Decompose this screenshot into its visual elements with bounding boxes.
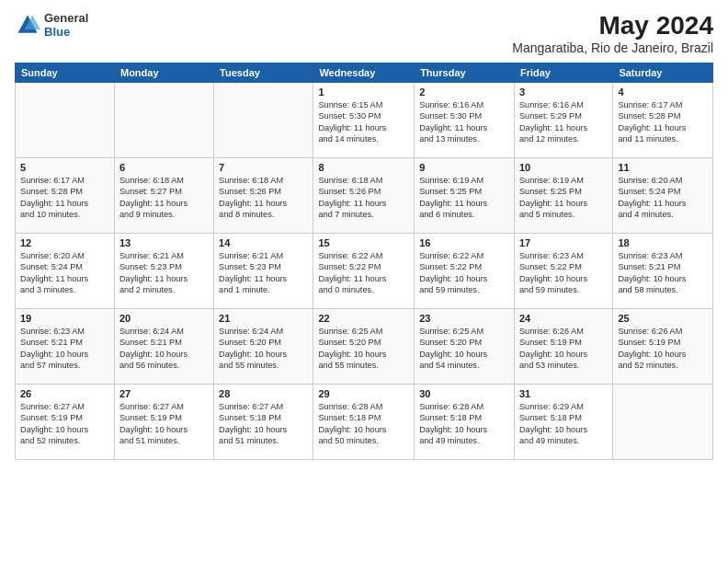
day-info: Sunrise: 6:18 AM Sunset: 5:26 PM Dayligh… (318, 175, 409, 221)
day-number: 21 (219, 313, 308, 324)
day-info: Sunrise: 6:27 AM Sunset: 5:19 PM Dayligh… (119, 401, 209, 447)
day-info: Sunrise: 6:17 AM Sunset: 5:28 PM Dayligh… (618, 99, 708, 145)
table-row: 2Sunrise: 6:16 AM Sunset: 5:30 PM Daylig… (415, 83, 515, 158)
day-info: Sunrise: 6:15 AM Sunset: 5:30 PM Dayligh… (318, 99, 409, 145)
day-info: Sunrise: 6:20 AM Sunset: 5:24 PM Dayligh… (618, 175, 708, 221)
day-info: Sunrise: 6:24 AM Sunset: 5:21 PM Dayligh… (119, 326, 209, 372)
col-sunday: Sunday (16, 63, 115, 83)
day-number: 10 (519, 162, 608, 173)
day-info: Sunrise: 6:28 AM Sunset: 5:18 PM Dayligh… (419, 401, 509, 447)
calendar-week-row: 1Sunrise: 6:15 AM Sunset: 5:30 PM Daylig… (16, 83, 713, 158)
day-info: Sunrise: 6:27 AM Sunset: 5:19 PM Dayligh… (20, 401, 109, 447)
day-number: 30 (419, 388, 509, 399)
day-info: Sunrise: 6:20 AM Sunset: 5:24 PM Dayligh… (20, 250, 109, 296)
col-monday: Monday (114, 63, 213, 83)
day-number: 16 (419, 237, 509, 248)
day-info: Sunrise: 6:18 AM Sunset: 5:26 PM Dayligh… (219, 175, 308, 221)
day-number: 13 (119, 237, 209, 248)
day-info: Sunrise: 6:22 AM Sunset: 5:22 PM Dayligh… (318, 250, 409, 296)
day-info: Sunrise: 6:26 AM Sunset: 5:19 PM Dayligh… (618, 326, 708, 372)
day-number: 5 (20, 162, 109, 173)
day-info: Sunrise: 6:24 AM Sunset: 5:20 PM Dayligh… (219, 326, 308, 372)
table-row: 12Sunrise: 6:20 AM Sunset: 5:24 PM Dayli… (16, 234, 115, 309)
title-block: May 2024 Mangaratiba, Rio de Janeiro, Br… (512, 11, 713, 55)
day-info: Sunrise: 6:29 AM Sunset: 5:18 PM Dayligh… (519, 401, 608, 447)
day-number: 1 (318, 86, 409, 98)
day-number: 26 (20, 388, 109, 399)
day-number: 25 (618, 313, 708, 324)
calendar-week-row: 5Sunrise: 6:17 AM Sunset: 5:28 PM Daylig… (16, 158, 713, 234)
logo-icon (15, 12, 40, 38)
day-info: Sunrise: 6:28 AM Sunset: 5:18 PM Dayligh… (318, 401, 409, 447)
calendar-week-row: 12Sunrise: 6:20 AM Sunset: 5:24 PM Dayli… (16, 234, 713, 309)
table-row (214, 83, 313, 158)
day-number: 23 (419, 313, 509, 324)
day-info: Sunrise: 6:16 AM Sunset: 5:30 PM Dayligh… (419, 99, 509, 145)
table-row (613, 385, 713, 460)
day-info: Sunrise: 6:23 AM Sunset: 5:21 PM Dayligh… (20, 326, 109, 372)
day-info: Sunrise: 6:21 AM Sunset: 5:23 PM Dayligh… (219, 250, 308, 296)
col-tuesday: Tuesday (214, 63, 313, 83)
day-number: 17 (519, 237, 608, 248)
table-row: 5Sunrise: 6:17 AM Sunset: 5:28 PM Daylig… (16, 158, 115, 234)
day-info: Sunrise: 6:25 AM Sunset: 5:20 PM Dayligh… (419, 326, 509, 372)
table-row: 25Sunrise: 6:26 AM Sunset: 5:19 PM Dayli… (613, 309, 713, 385)
table-row: 4Sunrise: 6:17 AM Sunset: 5:28 PM Daylig… (613, 83, 713, 158)
table-row: 26Sunrise: 6:27 AM Sunset: 5:19 PM Dayli… (16, 385, 115, 460)
table-row: 21Sunrise: 6:24 AM Sunset: 5:20 PM Dayli… (214, 309, 313, 385)
table-row: 1Sunrise: 6:15 AM Sunset: 5:30 PM Daylig… (313, 83, 415, 158)
day-info: Sunrise: 6:23 AM Sunset: 5:22 PM Dayligh… (519, 250, 608, 296)
table-row: 24Sunrise: 6:26 AM Sunset: 5:19 PM Dayli… (514, 309, 612, 385)
table-row: 14Sunrise: 6:21 AM Sunset: 5:23 PM Dayli… (214, 234, 313, 309)
day-info: Sunrise: 6:26 AM Sunset: 5:19 PM Dayligh… (519, 326, 608, 372)
day-info: Sunrise: 6:19 AM Sunset: 5:25 PM Dayligh… (419, 175, 509, 221)
day-number: 24 (519, 313, 608, 324)
day-number: 2 (419, 86, 509, 98)
day-number: 15 (318, 237, 409, 248)
title-location: Mangaratiba, Rio de Janeiro, Brazil (512, 40, 713, 55)
table-row: 18Sunrise: 6:23 AM Sunset: 5:21 PM Dayli… (613, 234, 713, 309)
table-row: 30Sunrise: 6:28 AM Sunset: 5:18 PM Dayli… (415, 385, 515, 460)
day-info: Sunrise: 6:21 AM Sunset: 5:23 PM Dayligh… (119, 250, 209, 296)
table-row: 19Sunrise: 6:23 AM Sunset: 5:21 PM Dayli… (16, 309, 115, 385)
day-number: 14 (219, 237, 308, 248)
table-row: 22Sunrise: 6:25 AM Sunset: 5:20 PM Dayli… (313, 309, 415, 385)
col-thursday: Thursday (415, 63, 515, 83)
day-info: Sunrise: 6:17 AM Sunset: 5:28 PM Dayligh… (20, 175, 109, 221)
col-saturday: Saturday (613, 63, 713, 83)
table-row (16, 83, 115, 158)
logo-blue-label: Blue (44, 25, 88, 39)
day-info: Sunrise: 6:22 AM Sunset: 5:22 PM Dayligh… (419, 250, 509, 296)
day-info: Sunrise: 6:18 AM Sunset: 5:27 PM Dayligh… (119, 175, 209, 221)
table-row: 28Sunrise: 6:27 AM Sunset: 5:18 PM Dayli… (214, 385, 313, 460)
logo: General Blue (15, 11, 88, 39)
table-row: 9Sunrise: 6:19 AM Sunset: 5:25 PM Daylig… (415, 158, 515, 234)
table-row: 15Sunrise: 6:22 AM Sunset: 5:22 PM Dayli… (313, 234, 415, 309)
table-row: 6Sunrise: 6:18 AM Sunset: 5:27 PM Daylig… (114, 158, 213, 234)
table-row: 13Sunrise: 6:21 AM Sunset: 5:23 PM Dayli… (114, 234, 213, 309)
table-row: 8Sunrise: 6:18 AM Sunset: 5:26 PM Daylig… (313, 158, 415, 234)
day-info: Sunrise: 6:27 AM Sunset: 5:18 PM Dayligh… (219, 401, 308, 447)
day-info: Sunrise: 6:23 AM Sunset: 5:21 PM Dayligh… (618, 250, 708, 296)
day-number: 8 (318, 162, 409, 173)
day-info: Sunrise: 6:25 AM Sunset: 5:20 PM Dayligh… (318, 326, 409, 372)
table-row: 11Sunrise: 6:20 AM Sunset: 5:24 PM Dayli… (613, 158, 713, 234)
day-number: 20 (119, 313, 209, 324)
col-wednesday: Wednesday (313, 63, 415, 83)
day-number: 7 (219, 162, 308, 173)
day-info: Sunrise: 6:16 AM Sunset: 5:29 PM Dayligh… (519, 99, 608, 145)
logo-text: General Blue (44, 11, 88, 39)
calendar-week-row: 26Sunrise: 6:27 AM Sunset: 5:19 PM Dayli… (16, 385, 713, 460)
day-number: 22 (318, 313, 409, 324)
day-number: 3 (519, 86, 608, 98)
calendar-header-row: Sunday Monday Tuesday Wednesday Thursday… (16, 63, 713, 83)
table-row: 20Sunrise: 6:24 AM Sunset: 5:21 PM Dayli… (114, 309, 213, 385)
table-row: 27Sunrise: 6:27 AM Sunset: 5:19 PM Dayli… (114, 385, 213, 460)
day-number: 6 (119, 162, 209, 173)
day-number: 27 (119, 388, 209, 399)
day-number: 31 (519, 388, 608, 399)
table-row: 23Sunrise: 6:25 AM Sunset: 5:20 PM Dayli… (415, 309, 515, 385)
calendar-week-row: 19Sunrise: 6:23 AM Sunset: 5:21 PM Dayli… (16, 309, 713, 385)
day-number: 19 (20, 313, 109, 324)
table-row: 17Sunrise: 6:23 AM Sunset: 5:22 PM Dayli… (514, 234, 612, 309)
